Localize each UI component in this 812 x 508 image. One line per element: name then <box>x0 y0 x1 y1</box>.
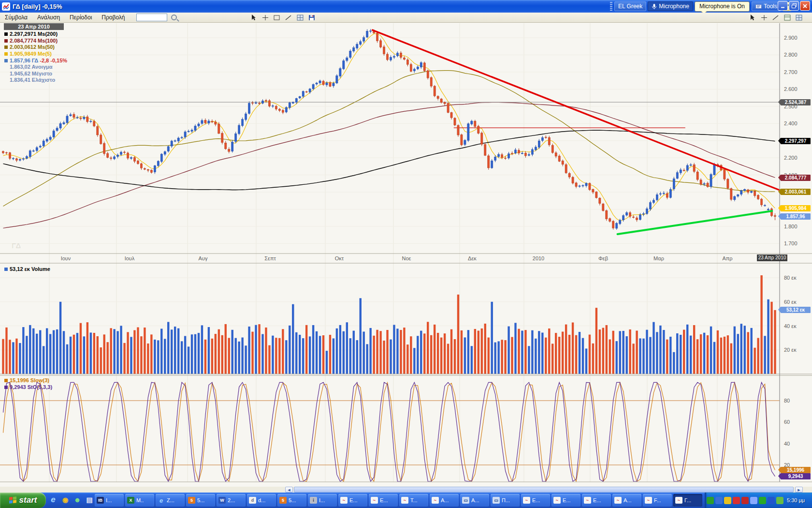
menu-periods[interactable]: Περίοδοι <box>65 14 97 21</box>
taskbar-task-F[interactable]: ~F... <box>643 494 672 507</box>
show-desktop-icon[interactable]: ▤ <box>85 494 94 505</box>
horizontal-scrollbar[interactable]: ◀ ▶ <box>0 487 812 493</box>
red-badge-icon[interactable] <box>741 497 749 504</box>
grid-pane-icon[interactable] <box>795 14 803 21</box>
blue-person-icon[interactable] <box>715 497 723 504</box>
taskbar-task-E[interactable]: ~E... <box>521 494 550 507</box>
chart-area[interactable]: 23 Απρ 2010 2.297,2971 Μs(200)2.084,7774… <box>0 23 812 487</box>
microphone-button[interactable]: Microphone <box>648 1 693 11</box>
price-volume-stochastic-chart[interactable] <box>0 23 812 487</box>
task-label: E... <box>593 497 601 503</box>
taskbar-task-A[interactable]: ~A... <box>430 494 459 507</box>
menu-symbols[interactable]: Σύμβολα <box>0 14 32 21</box>
yellow-shield-icon[interactable] <box>724 497 731 504</box>
media-icon[interactable]: ◉ <box>60 494 70 505</box>
price-axis-tick: 1.700 <box>784 240 809 246</box>
legend-bullet <box>4 379 8 382</box>
x-axis-month-label: Φεβ <box>598 255 608 261</box>
blue-h-icon[interactable] <box>768 497 775 504</box>
cursor-icon[interactable] <box>250 14 258 21</box>
taskbar-task-A[interactable]: ▭A... <box>460 494 489 507</box>
taskbar-task-I[interactable]: iI... <box>308 494 337 507</box>
taskbar-task-2[interactable]: W2... <box>217 494 246 507</box>
language-bar-grip[interactable] <box>610 2 612 11</box>
taskbar-task-E[interactable]: ~E... <box>551 494 580 507</box>
task-label: d... <box>258 497 265 503</box>
x-axis-end-date-tag: 23 Απρ 2010 <box>757 254 787 261</box>
taskbar-task-5[interactable]: 55... <box>277 494 306 507</box>
app-window-icon[interactable] <box>750 497 757 504</box>
system-tray: 5:30 μμ <box>705 493 812 508</box>
symbol-search-input[interactable] <box>136 14 167 21</box>
ib-icon: IB <box>97 497 104 504</box>
crosshair-icon[interactable] <box>261 14 269 21</box>
stoch-axis-tag: 15,1996 <box>781 467 811 473</box>
search-icon[interactable] <box>171 15 177 20</box>
red-ball-icon[interactable] <box>733 497 740 504</box>
minimize-button[interactable] <box>778 1 788 11</box>
trendline-tool-icon[interactable] <box>772 14 780 21</box>
internet-explorer-icon[interactable]: e <box>48 494 58 505</box>
task-label: Π... <box>502 497 510 503</box>
rectangle-tool-icon[interactable] <box>273 14 281 21</box>
menu-bar: Σύμβολα Ανάλυση Περίοδοι Προβολή <box>0 13 812 23</box>
green-chip-icon[interactable] <box>776 497 783 504</box>
price-axis-tick: 2.800 <box>784 52 809 58</box>
green-ring-icon[interactable] <box>759 497 766 504</box>
menu-view[interactable]: Προβολή <box>97 14 130 21</box>
cursor-date-box: 23 Απρ 2010 <box>4 23 64 30</box>
taskbar-task-5[interactable]: 55... <box>186 494 215 507</box>
task-label: M.. <box>136 497 144 503</box>
language-selector[interactable]: EL Greek <box>614 1 646 11</box>
ohl-legend-row: 1.945,62 Μέγιστο <box>10 71 52 76</box>
price-axis-tag: 2.003,061 <box>781 189 811 195</box>
taskbar-task-I[interactable]: IBI... <box>95 494 124 507</box>
layout-pane-icon[interactable] <box>783 14 791 21</box>
trendline-tool-icon[interactable] <box>285 14 292 21</box>
restore-button[interactable] <box>789 1 799 11</box>
messenger-icon[interactable]: ☻ <box>72 494 82 505</box>
ma-legend-row: 2.297,2971 Μs(200) <box>4 31 58 37</box>
save-icon[interactable] <box>308 14 316 21</box>
task-label: E... <box>349 497 358 503</box>
taskbar-task-T[interactable]: ~T... <box>399 494 428 507</box>
chart-icon: ~ <box>553 497 561 504</box>
crosshair-icon[interactable] <box>760 14 768 21</box>
taskbar-task-M[interactable]: XM.. <box>125 494 154 507</box>
grid-pane-icon[interactable] <box>296 14 304 21</box>
volume-axis-tag: 53,12 εκ <box>781 307 811 313</box>
scrollbar-thumb[interactable] <box>294 487 794 493</box>
start-button[interactable]: start <box>0 493 46 508</box>
task-label: Z... <box>167 497 174 503</box>
price-axis-tick: 2.200 <box>784 155 809 161</box>
taskbar-task-A[interactable]: ~A... <box>612 494 641 507</box>
scroll-left-button[interactable]: ◀ <box>285 487 293 493</box>
taskbar-task-E[interactable]: ~E... <box>582 494 611 507</box>
taskbar-task-Z[interactable]: eZ... <box>156 494 185 507</box>
windows-flag-icon <box>9 496 17 504</box>
scroll-right-button[interactable]: ▶ <box>795 487 803 493</box>
price-axis-tick: 1.800 <box>784 224 809 229</box>
volume-legend-bullet <box>4 268 8 271</box>
stoch-legend-row: 15,1996 Slow(3) <box>4 377 49 383</box>
taskbar-task-[interactable]: ~Γ... <box>673 494 702 507</box>
taskbar-task-d[interactable]: dd... <box>247 494 276 507</box>
quick-launch: e◉☻▤ <box>48 494 94 505</box>
taskbar-task-E[interactable]: ~E... <box>338 494 367 507</box>
chart-icon: ~ <box>614 497 622 504</box>
cursor-icon[interactable] <box>749 14 756 21</box>
close-button[interactable] <box>800 1 810 11</box>
microphone-status-balloon: Microphone is On <box>695 1 750 12</box>
legend-bullet <box>4 59 8 62</box>
chart-icon: ~ <box>523 497 530 504</box>
stoch-legend-row: 9,2943 StO(5,3,3) <box>4 384 52 390</box>
x-axis-month-label: Οκτ <box>335 255 344 261</box>
taskbar-task-[interactable]: ▭Π... <box>491 494 520 507</box>
app-icon <box>2 2 10 11</box>
taskbar-task-E[interactable]: ~E... <box>369 494 398 507</box>
legend-bullet <box>4 45 8 49</box>
orange-app-icon: 5 <box>188 497 195 504</box>
menu-analysis[interactable]: Ανάλυση <box>32 14 65 21</box>
ohl-legend-row: 1.863,02 Ανοιγμα <box>10 64 53 70</box>
green-pinwheel-icon[interactable] <box>707 497 714 504</box>
